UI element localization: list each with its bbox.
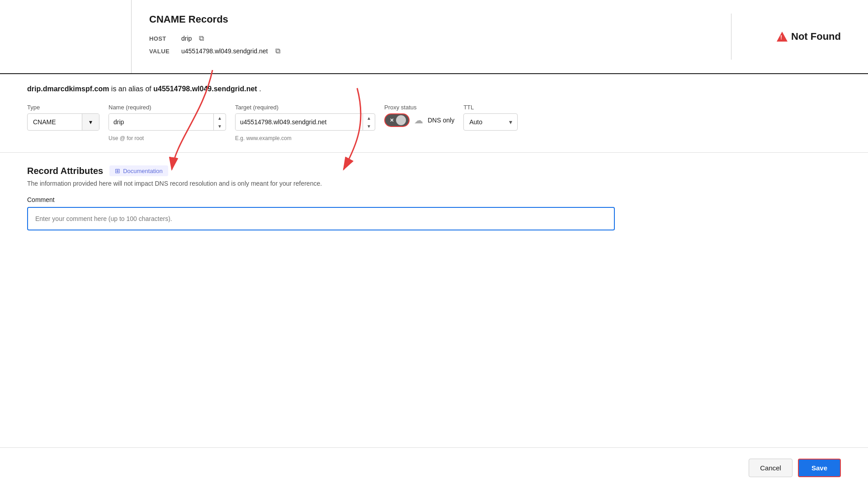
alias-connector-text: is an alias of [111,85,153,93]
name-arrow-down[interactable]: ▼ [214,122,226,130]
value-label: VALUE [149,48,174,55]
target-input-wrapper: ▲ ▼ [235,113,375,131]
doc-label: Documentation [123,168,162,174]
toggle-track: ✕ [386,115,408,125]
ttl-group: TTL Auto ▾ [463,104,518,131]
proxy-group: Proxy status ✕ ☁ DNS only [384,104,454,127]
ttl-value: Auto [464,118,504,126]
target-input[interactable] [236,114,363,130]
comment-label: Comment [27,196,841,203]
target-spinners: ▲ ▼ [363,114,375,130]
cname-left: CNAME Records HOST drip ⧉ VALUE u4551479… [140,14,713,60]
target-label: Target (required) [235,104,375,111]
name-input[interactable] [109,114,213,130]
left-divider [131,0,132,73]
save-button[interactable]: Save [798,459,841,477]
edit-section: drip.dmarcdkimspf.com is an alias of u45… [0,74,868,153]
attributes-title: Record Attributes [27,166,103,176]
ttl-select[interactable]: Auto ▾ [463,113,518,131]
name-group: Name (required) ▲ ▼ Use @ for root [108,104,226,141]
cname-host-row: HOST drip ⧉ [149,34,713,42]
cancel-button[interactable]: Cancel [749,459,793,477]
type-select-value: CNAME [28,118,82,126]
type-group: Type CNAME ▾ [27,104,99,131]
cname-value-row: VALUE u45514798.wl049.sendgrid.net ⧉ [149,47,713,55]
alias-domain: drip.dmarcdkimspf.com [27,85,109,93]
page-container: CNAME Records HOST drip ⧉ VALUE u4551479… [0,0,868,488]
name-spinners: ▲ ▼ [213,114,226,130]
cloud-icon: ☁ [414,115,423,126]
proxy-toggle[interactable]: ✕ [384,113,410,127]
alias-target: u45514798.wl049.sendgrid.net [153,85,257,93]
warning-icon [777,32,788,42]
alias-info: drip.dmarcdkimspf.com is an alias of u45… [27,85,841,93]
host-label: HOST [149,35,174,42]
cname-title: CNAME Records [149,14,713,25]
target-group: Target (required) ▲ ▼ E.g. www.example.c… [235,104,375,141]
name-input-wrapper: ▲ ▼ [108,113,226,131]
not-found-area: Not Found [750,31,868,42]
proxy-control: ✕ ☁ DNS only [384,113,454,127]
toggle-knob [396,115,406,125]
host-copy-icon[interactable]: ⧉ [199,34,204,42]
type-dropdown-arrow[interactable]: ▾ [82,113,99,131]
value-value: u45514798.wl049.sendgrid.net [181,47,268,55]
comment-input[interactable] [27,207,615,230]
type-select[interactable]: CNAME ▾ [27,113,99,131]
not-found-text: Not Found [791,31,841,42]
type-label: Type [27,104,99,111]
target-hint: E.g. www.example.com [235,135,375,141]
dns-only-text: DNS only [428,117,454,124]
name-arrow-up[interactable]: ▲ [214,114,226,122]
target-arrow-down[interactable]: ▼ [363,122,375,130]
documentation-link[interactable]: ⊞ Documentation [109,165,168,176]
value-copy-icon[interactable]: ⧉ [275,47,280,55]
name-label: Name (required) [108,104,226,111]
attributes-section: Record Attributes ⊞ Documentation The in… [0,153,868,243]
doc-icon: ⊞ [115,167,120,174]
form-row: Type CNAME ▾ Name (required) ▲ ▼ Use @ f… [27,104,841,141]
attributes-description: The information provided here will not i… [27,180,841,187]
ttl-dropdown-arrow[interactable]: ▾ [504,113,517,131]
attributes-header: Record Attributes ⊞ Documentation [27,165,841,176]
target-arrow-up[interactable]: ▲ [363,114,375,122]
cname-records-section: CNAME Records HOST drip ⧉ VALUE u4551479… [0,0,868,74]
proxy-label: Proxy status [384,104,454,111]
host-value: drip [181,35,192,42]
name-hint: Use @ for root [108,135,226,141]
toggle-x-icon: ✕ [390,117,394,123]
cname-divider [731,14,731,60]
ttl-label: TTL [463,104,518,111]
footer-section: Cancel Save [0,447,868,488]
